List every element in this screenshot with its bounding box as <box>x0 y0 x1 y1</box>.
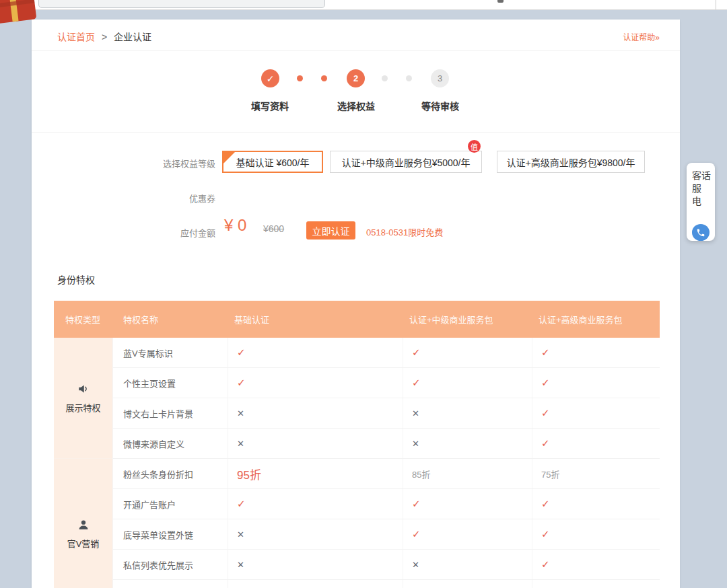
coupon-label: 优惠券 <box>32 192 215 205</box>
privilege-type-label: 展示特权 <box>65 401 100 414</box>
privilege-name: 粉丝头条身份折扣 <box>113 468 228 480</box>
privilege-value-cell <box>532 580 660 588</box>
privilege-value-cell: ✕ <box>403 550 532 579</box>
verification-card: 认证首页 > 企业认证 认证帮助» ✓ 2 3 填写资料 选择权益 等待审核 选… <box>32 20 680 588</box>
step-1-circle: ✓ <box>261 69 279 87</box>
cross-icon: ✕ <box>237 439 244 449</box>
step-dot <box>321 75 327 81</box>
privilege-name: 微博来源自定义 <box>113 437 228 450</box>
browser-icon <box>497 0 504 3</box>
check-icon: ✓ <box>267 73 275 84</box>
privilege-name: 个性主页设置 <box>113 377 228 390</box>
option-basic[interactable]: ✓ 基础认证 ¥600/年 <box>222 151 323 173</box>
privilege-value-cell: ✕ <box>228 429 403 458</box>
privilege-type-label: 官V营销 <box>67 537 100 550</box>
breadcrumb-home-link[interactable]: 认证首页 <box>57 32 95 42</box>
privilege-value-cell: ✕ <box>403 398 532 428</box>
privilege-value-cell: ✓ <box>228 489 403 519</box>
customer-service-label: 客服电话 <box>691 171 710 219</box>
privilege-value-cell: ✓ <box>403 338 532 367</box>
selected-corner: ✓ <box>223 152 235 163</box>
cross-icon: ✕ <box>412 560 419 570</box>
table-row: 博文右上卡片背景✕✕✓ <box>113 398 660 429</box>
privilege-name: 博文右上卡片背景 <box>113 407 228 420</box>
breadcrumb-separator: > <box>102 32 107 42</box>
check-icon: ✓ <box>412 377 421 389</box>
discount-value: 85折 <box>412 468 430 480</box>
cross-icon: ✕ <box>237 408 244 418</box>
table-row: 底导菜单设置外链✕✓✓ <box>113 519 660 550</box>
check-icon: ✓ <box>541 558 550 571</box>
privilege-value-cell: 95折 <box>228 459 403 488</box>
check-icon: ✓ <box>412 498 421 510</box>
top-bar <box>0 0 727 10</box>
check-icon: ✓ <box>541 346 550 359</box>
table-row: 蓝V专属标识✓✓✓ <box>113 338 660 368</box>
check-icon: ✓ <box>541 528 550 540</box>
privilege-value-cell <box>228 580 403 588</box>
privilege-value-cell: ✓ <box>403 519 532 549</box>
table-row: 微博来源自定义✕✕✓ <box>113 429 660 459</box>
step-2-label: 选择权益 <box>337 99 375 112</box>
column-header: 特权名称 <box>113 313 228 326</box>
level-label: 选择权益等级 <box>32 157 215 170</box>
verify-now-button[interactable]: 立即认证 <box>306 221 355 240</box>
privilege-type-cell: 展示特权 <box>54 338 112 459</box>
privilege-value-cell: ✓ <box>532 368 660 398</box>
breadcrumb: 认证首页 > 企业认证 认证帮助» <box>57 26 660 46</box>
table-row: 粉丝头条身份折扣95折85折75折 <box>113 459 660 489</box>
option-basic-label: 基础认证 ¥600/年 <box>236 155 310 169</box>
cross-icon: ✕ <box>237 529 244 540</box>
top-divider <box>716 0 716 9</box>
check-icon: ✓ <box>541 377 550 389</box>
privilege-name: 蓝V专属标识 <box>113 346 228 359</box>
divider <box>32 132 680 133</box>
privilege-group: 展示特权蓝V专属标识✓✓✓个性主页设置✓✓✓博文右上卡片背景✕✕✓微博来源自定义… <box>54 338 660 459</box>
amount-label: 应付金额 <box>32 226 215 239</box>
check-icon: ✓ <box>541 407 550 419</box>
step-2-circle: 2 <box>347 69 365 87</box>
option-high-package[interactable]: 认证+高级商业服务包¥9800/年 <box>497 151 645 173</box>
check-icon: ✓ <box>541 437 550 449</box>
privilege-value-cell: ✓ <box>228 338 403 367</box>
check-icon: ✓ <box>541 498 550 510</box>
privilege-value-cell: 75折 <box>532 459 660 488</box>
check-icon: ✓ <box>237 377 246 389</box>
privilege-value-cell: ✓ <box>532 429 660 458</box>
check-icon: ✓ <box>237 498 246 510</box>
amount-due: ¥ 0 <box>224 216 246 235</box>
promo-text: 0518-0531限时免费 <box>366 225 443 238</box>
option-mid-label: 认证+中级商业服务包¥5000/年 <box>342 155 471 169</box>
privileges-header: 特权类型特权名称基础认证认证+中级商业服务包认证+高级商业服务包 <box>54 301 660 338</box>
search-input[interactable] <box>38 0 325 8</box>
privilege-value-cell: ✕ <box>228 550 403 579</box>
privilege-value-cell: ✕ <box>403 429 532 458</box>
column-header: 基础认证 <box>228 313 403 326</box>
value-badge: 值 <box>468 140 481 153</box>
privilege-name: 私信列表优先展示 <box>113 558 228 571</box>
column-header: 认证+中级商业服务包 <box>403 313 532 326</box>
step-3-label: 等待审核 <box>421 99 459 112</box>
option-high-label: 认证+高级商业服务包¥9800/年 <box>507 155 635 169</box>
cross-icon: ✕ <box>412 408 419 418</box>
column-header: 认证+高级商业服务包 <box>532 313 660 326</box>
privilege-name: 底导菜单设置外链 <box>113 528 228 541</box>
customer-service-widget[interactable]: 客服电话 <box>687 163 715 241</box>
check-icon: ✓ <box>412 528 421 540</box>
privilege-value-cell: ✕ <box>228 398 403 428</box>
help-link[interactable]: 认证帮助» <box>623 31 660 42</box>
privilege-group: 官V营销粉丝头条身份折扣95折85折75折开通广告账户✓✓✓底导菜单设置外链✕✓… <box>54 459 660 588</box>
privilege-value-cell: ✓ <box>532 489 660 519</box>
cross-icon: ✕ <box>237 560 244 570</box>
option-mid-package[interactable]: 认证+中级商业服务包¥5000/年 <box>330 151 482 173</box>
step-dot <box>297 75 303 81</box>
privileges-table: 特权类型特权名称基础认证认证+中级商业服务包认证+高级商业服务包 展示特权蓝V专… <box>54 301 660 588</box>
privilege-value-cell: ✕ <box>228 519 403 549</box>
check-icon: ✓ <box>224 163 230 170</box>
phone-icon <box>692 224 709 241</box>
speaker-icon <box>77 383 90 395</box>
step-dot <box>382 75 388 81</box>
breadcrumb-current: 企业认证 <box>114 32 151 42</box>
step-1-label: 填写资料 <box>251 99 289 112</box>
privilege-value-cell: ✓ <box>532 519 660 549</box>
